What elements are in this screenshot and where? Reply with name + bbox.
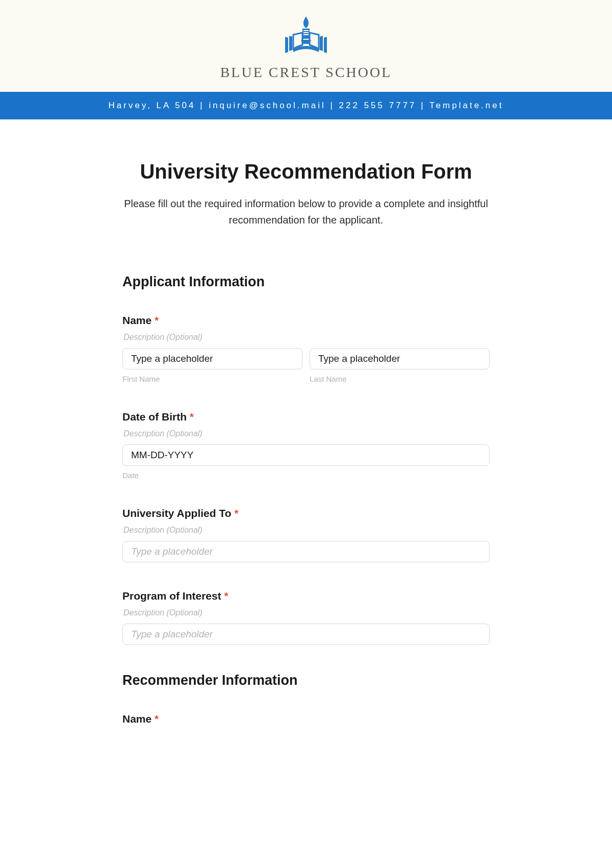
description-applicant-name: Description (Optional) [122,333,490,342]
required-star-icon: * [155,314,159,326]
required-star-icon: * [234,507,238,519]
sublabel-last-name: Last Name [310,375,490,383]
label-dob: Date of Birth * [122,411,490,423]
label-recommender-name: Name * [122,713,490,725]
contact-bar: Harvey, LA 504 | inquire@school.mail | 2… [0,92,612,119]
section-applicant-heading: Applicant Information [122,274,490,290]
svg-rect-0 [303,30,309,31]
university-input[interactable] [122,541,490,562]
form-intro: Please fill out the required information… [122,195,490,228]
field-recommender-name: Name * [122,713,490,725]
last-name-input[interactable] [310,348,490,369]
section-recommender-heading: Recommender Information [122,673,490,688]
header-region: BLUE CREST SCHOOL Harvey, LA 504 | inqui… [0,0,612,119]
school-name: BLUE CREST SCHOOL [0,64,612,81]
dob-input[interactable] [122,444,490,466]
description-dob: Description (Optional) [122,429,490,438]
svg-rect-2 [303,34,309,35]
field-program: Program of Interest * Description (Optio… [122,590,490,645]
form-content: University Recommendation Form Please fi… [71,119,541,725]
form-title: University Recommendation Form [122,160,490,183]
label-program: Program of Interest * [122,590,490,602]
logo-area: BLUE CREST SCHOOL [0,15,612,92]
label-text: Name [122,314,151,326]
description-university: Description (Optional) [122,526,490,535]
label-applicant-name: Name * [122,314,490,327]
sublabel-dob: Date [122,471,490,480]
label-text: Date of Birth [122,411,187,423]
field-university: University Applied To * Description (Opt… [122,507,490,562]
program-input[interactable] [122,624,490,645]
school-logo-icon [278,15,334,59]
required-star-icon: * [190,411,194,423]
first-name-input[interactable] [122,348,302,369]
required-star-icon: * [224,590,228,602]
label-text: Name [122,713,151,725]
label-text: University Applied To [122,507,232,519]
field-dob: Date of Birth * Description (Optional) D… [122,411,490,480]
svg-rect-1 [303,32,309,33]
label-university: University Applied To * [122,507,490,519]
description-program: Description (Optional) [122,608,490,617]
sublabel-first-name: First Name [122,375,302,383]
required-star-icon: * [155,713,159,725]
field-applicant-name: Name * Description (Optional) First Name… [122,314,490,383]
label-text: Program of Interest [122,590,221,602]
